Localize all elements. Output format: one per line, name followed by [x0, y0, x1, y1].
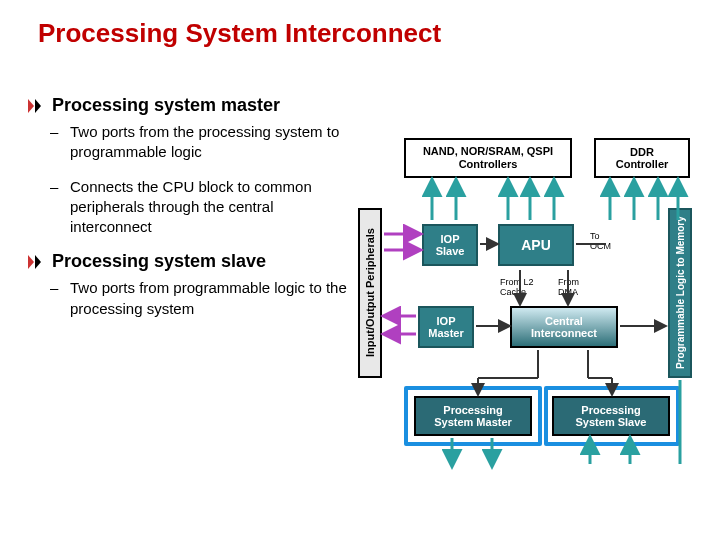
chevron-icon: [28, 255, 46, 269]
block-apu: APU: [498, 224, 574, 266]
highlight-ps-slave: [544, 386, 680, 446]
chevron-icon: [28, 99, 46, 113]
bullet: Two ports from the processing system to …: [56, 122, 348, 163]
heading-slave-text: Processing system slave: [52, 251, 266, 272]
label-from-dma: FromDMA: [558, 278, 579, 298]
heading-master: Processing system master: [28, 95, 348, 116]
heading-master-text: Processing system master: [52, 95, 280, 116]
block-iop-slave: IOP Slave: [422, 224, 478, 266]
label-from-l2: From L2Cache: [500, 278, 534, 298]
label-to-ocm: ToOCM: [590, 232, 620, 252]
block-iop-master: IOP Master: [418, 306, 474, 348]
slave-bullets: Two ports from programmable logic to the…: [56, 278, 348, 319]
bullet: Connects the CPU block to common periphe…: [56, 177, 348, 238]
highlight-ps-master: [404, 386, 542, 446]
text-content: Processing system master Two ports from …: [28, 95, 348, 319]
master-bullets: Two ports from the processing system to …: [56, 122, 348, 237]
block-memory-controllers: NAND, NOR/SRAM, QSPI Controllers: [404, 138, 572, 178]
block-central-interconnect: Central Interconnect: [510, 306, 618, 348]
block-diagram: NAND, NOR/SRAM, QSPI Controllers DDR Con…: [358, 138, 708, 498]
heading-slave: Processing system slave: [28, 251, 348, 272]
bullet: Two ports from programmable logic to the…: [56, 278, 348, 319]
block-io-peripherals: Input/Output Peripherals: [358, 208, 382, 378]
block-prog-logic-memory: Programmable Logic to Memory: [668, 208, 692, 378]
page-title: Processing System Interconnect: [38, 18, 720, 49]
block-ddr-controller: DDR Controller: [594, 138, 690, 178]
